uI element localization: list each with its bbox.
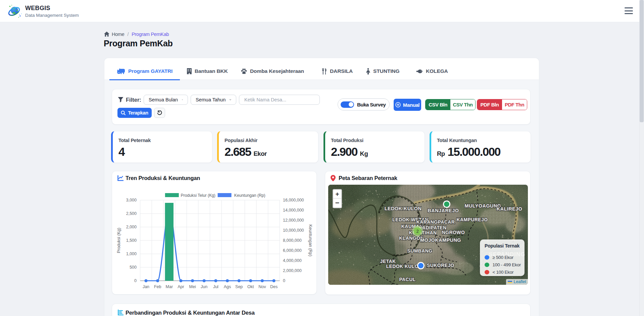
- svg-text:LEDOK KULON: LEDOK KULON: [386, 264, 422, 269]
- svg-text:SUMBANG: SUMBANG: [407, 248, 432, 254]
- svg-text:PACUL: PACUL: [399, 277, 415, 282]
- svg-text:2: 2: [416, 229, 418, 234]
- svg-text:Mar: Mar: [166, 284, 173, 289]
- svg-text:Okt: Okt: [247, 284, 254, 289]
- svg-text:Feb: Feb: [154, 284, 161, 289]
- svg-text:3,000: 3,000: [126, 198, 137, 202]
- svg-text:2,000: 2,000: [126, 225, 137, 229]
- svg-text:LEDOK KULON: LEDOK KULON: [385, 206, 422, 211]
- svg-text:Jan: Jan: [143, 284, 149, 289]
- svg-text:0: 0: [134, 278, 137, 283]
- svg-text:KAMPUREJO: KAMPUREJO: [456, 217, 488, 222]
- svg-text:Ags: Ags: [224, 284, 231, 289]
- svg-text:Apr: Apr: [178, 284, 184, 289]
- svg-text:0: 0: [283, 278, 285, 283]
- svg-text:MULYOAGUNG: MULYOAGUNG: [465, 203, 501, 209]
- svg-text:Mei: Mei: [189, 284, 196, 289]
- svg-text:12,000,000: 12,000,000: [283, 218, 304, 223]
- svg-text:4,000,000: 4,000,000: [283, 258, 302, 263]
- svg-text:Produksi (Kg): Produksi (Kg): [116, 228, 121, 253]
- svg-text:Jul: Jul: [213, 284, 218, 289]
- svg-text:14,000,000: 14,000,000: [283, 208, 304, 213]
- svg-text:500: 500: [130, 265, 137, 270]
- svg-text:SUKOREJO: SUKOREJO: [427, 263, 454, 268]
- svg-text:Des: Des: [270, 284, 278, 289]
- svg-text:1,000: 1,000: [126, 252, 137, 256]
- svg-text:6,000,000: 6,000,000: [283, 248, 302, 253]
- svg-text:NGROWO: NGROWO: [442, 230, 465, 235]
- svg-text:Keuntungan (Rp): Keuntungan (Rp): [234, 193, 265, 198]
- svg-text:16,000,000: 16,000,000: [283, 198, 304, 202]
- svg-text:10,000,000: 10,000,000: [283, 228, 304, 233]
- svg-text:Jun: Jun: [201, 284, 207, 289]
- svg-text:JETAK: JETAK: [380, 259, 396, 264]
- svg-text:Produksi Telur (Kg): Produksi Telur (Kg): [181, 193, 215, 198]
- svg-text:MOJOKAMPUNG: MOJOKAMPUNG: [420, 237, 461, 243]
- svg-text:BANJAREJO: BANJAREJO: [428, 208, 459, 213]
- svg-text:2,500: 2,500: [126, 211, 137, 216]
- svg-text:KALIREJO: KALIREJO: [497, 206, 523, 212]
- svg-text:8,000,000: 8,000,000: [283, 238, 302, 243]
- svg-text:2,000,000: 2,000,000: [283, 268, 302, 273]
- svg-text:1,500: 1,500: [126, 238, 137, 243]
- svg-text:Sep: Sep: [235, 284, 243, 289]
- svg-text:Keuntungan (Rp): Keuntungan (Rp): [308, 224, 313, 256]
- svg-text:Nov: Nov: [258, 284, 266, 289]
